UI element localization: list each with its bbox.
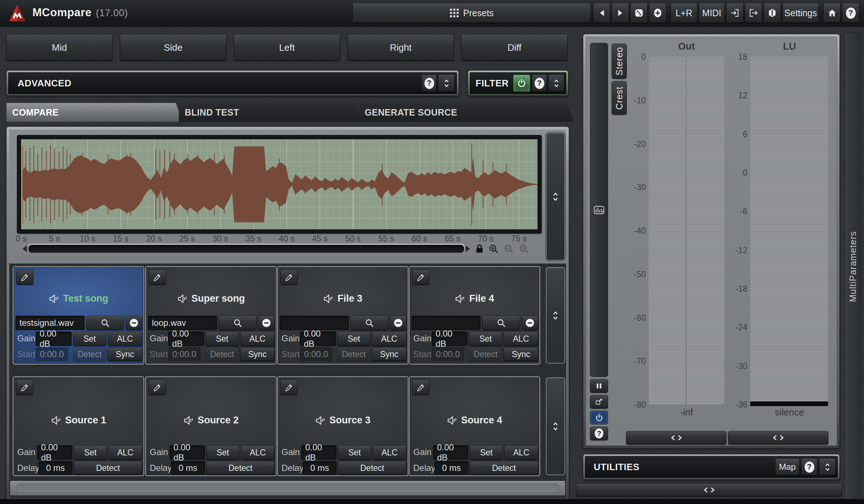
detect-button[interactable]: Detect	[73, 348, 106, 361]
utilities-collapse-button[interactable]	[819, 459, 835, 475]
channel-button-mid[interactable]: Mid	[6, 35, 112, 60]
out-meter-range-button[interactable]	[626, 431, 726, 444]
file-browse-button[interactable]	[219, 316, 256, 330]
detect-button[interactable]: Detect	[207, 462, 274, 474]
alc-button[interactable]: ALC	[109, 446, 142, 459]
export-settings-button[interactable]	[745, 3, 762, 23]
file-rename-button[interactable]	[413, 270, 429, 284]
waveform-plot[interactable]	[21, 139, 537, 229]
detect-button[interactable]: Detect	[470, 462, 538, 474]
advanced-help-button[interactable]: ?	[422, 75, 436, 91]
utilities-help-button[interactable]: ?	[801, 459, 817, 475]
file-browse-button[interactable]	[482, 316, 520, 330]
meters-width-range-button[interactable]	[576, 484, 842, 496]
channel-button-side[interactable]: Side	[120, 35, 226, 60]
gain-field[interactable]: 0.00 dB	[432, 332, 467, 346]
zoom-in-icon[interactable]	[488, 243, 499, 254]
file-rename-button[interactable]	[17, 270, 33, 284]
meter-power-button[interactable]	[590, 411, 608, 424]
alc-button[interactable]: ALC	[372, 332, 406, 346]
gain-field[interactable]: 0.00 dB	[36, 332, 71, 346]
file-remove-button[interactable]	[390, 316, 406, 330]
set-button[interactable]: Set	[206, 332, 238, 346]
tab-generate-source[interactable]: GENERATE SOURCE	[359, 103, 574, 122]
file-panel-4[interactable]: File 4Gain0.00 dBSetALCStart0:00.0Detect…	[410, 267, 539, 364]
horizontal-scrollbar[interactable]	[10, 481, 565, 495]
set-button[interactable]: Set	[74, 446, 107, 459]
alc-button[interactable]: ALC	[505, 446, 538, 459]
source-rename-button[interactable]	[17, 380, 33, 395]
set-button[interactable]: Set	[338, 332, 370, 346]
scroll-left-arrow[interactable]	[22, 245, 27, 253]
import-settings-button[interactable]	[726, 3, 743, 23]
gain-field[interactable]: 0.00 dB	[433, 446, 468, 459]
file-path-field[interactable]: loop.wav	[148, 316, 217, 330]
home-button[interactable]	[824, 3, 840, 23]
channel-button-right[interactable]: Right	[348, 35, 454, 60]
source-rename-button[interactable]	[281, 380, 297, 395]
channel-mode-button[interactable]: L+R	[671, 3, 697, 23]
file-rename-button[interactable]	[281, 270, 297, 284]
file-panel-2[interactable]: Super songloop.wavGain0.00 dBSetALCStart…	[146, 267, 276, 364]
start-field[interactable]: 0:00.0	[36, 348, 68, 361]
alc-button[interactable]: ALC	[108, 332, 142, 346]
set-button[interactable]: Set	[469, 332, 502, 346]
meter-popup-button[interactable]	[590, 395, 608, 408]
settings-button[interactable]: Settings	[783, 3, 819, 23]
alc-button[interactable]: ALC	[373, 446, 406, 459]
delay-field[interactable]: 0 ms	[39, 462, 72, 474]
map-button[interactable]: Map	[775, 459, 799, 475]
gain-field[interactable]: 0.00 dB	[302, 446, 336, 459]
detect-button[interactable]: Detect	[338, 462, 406, 474]
file-path-field[interactable]	[412, 316, 480, 330]
sync-button[interactable]: Sync	[504, 348, 538, 361]
alc-button[interactable]: ALC	[241, 446, 274, 459]
sync-button[interactable]: Sync	[240, 348, 274, 361]
delay-field[interactable]: 0 ms	[171, 462, 204, 474]
waveform-resize-handle[interactable]	[546, 133, 564, 260]
detect-button[interactable]: Detect	[206, 348, 238, 361]
filter-collapse-button[interactable]	[549, 75, 564, 91]
randomize-button[interactable]	[631, 3, 647, 23]
source-rename-button[interactable]	[413, 380, 429, 395]
tab-blind-test[interactable]: BLIND TEST	[179, 103, 363, 122]
source-panel-1[interactable]: Source 1Gain0.00 dBSetALCDelay0 msDetect	[14, 377, 143, 475]
set-button[interactable]: Set	[207, 446, 239, 459]
meter-help-button[interactable]: ?	[590, 427, 608, 440]
gain-field[interactable]: 0.00 dB	[37, 446, 72, 459]
tab-compare[interactable]: COMPARE	[6, 103, 183, 122]
zoom-reset-icon[interactable]	[518, 243, 529, 254]
alerts-button[interactable]	[764, 3, 780, 23]
gain-field[interactable]: 0.00 dB	[170, 446, 204, 459]
source-rename-button[interactable]	[149, 380, 166, 395]
file-remove-button[interactable]	[258, 316, 274, 330]
source-row-resize-handle[interactable]	[546, 378, 564, 474]
midi-button[interactable]: MIDI	[699, 3, 724, 23]
channel-button-left[interactable]: Left	[234, 35, 340, 60]
meter-pause-button[interactable]	[590, 379, 608, 392]
sync-button[interactable]: Sync	[108, 348, 142, 361]
add-preset-button[interactable]	[649, 3, 666, 23]
file-panel-1[interactable]: Test songtestsignal.wavGain0.00 dBSetALC…	[14, 267, 143, 364]
help-button[interactable]: ?	[842, 3, 859, 23]
set-button[interactable]: Set	[338, 446, 371, 459]
sync-button[interactable]: Sync	[372, 348, 406, 361]
zoom-out-icon[interactable]	[503, 243, 514, 254]
source-panel-3[interactable]: Source 3Gain0.00 dBSetALCDelay0 msDetect	[278, 377, 408, 475]
file-remove-button[interactable]	[126, 316, 142, 330]
source-panel-2[interactable]: Source 2Gain0.00 dBSetALCDelay0 msDetect	[146, 377, 276, 475]
previous-preset-button[interactable]	[593, 3, 610, 23]
detect-button[interactable]: Detect	[469, 348, 502, 361]
waveform-scrollbar[interactable]	[27, 244, 465, 254]
presets-button[interactable]: Presets	[353, 3, 590, 23]
file-path-field[interactable]: testsignal.wav	[16, 316, 84, 330]
set-button[interactable]: Set	[73, 332, 106, 346]
filter-power-button[interactable]	[513, 75, 530, 91]
start-field[interactable]: 0:00.0	[432, 348, 464, 361]
multiparameters-tab[interactable]: MultiParameters	[845, 33, 860, 500]
scroll-right-arrow[interactable]	[465, 245, 471, 253]
file-browse-button[interactable]	[86, 316, 124, 330]
detect-button[interactable]: Detect	[74, 462, 142, 474]
start-field[interactable]: 0:00.0	[168, 348, 200, 361]
file-browse-button[interactable]	[351, 316, 388, 330]
